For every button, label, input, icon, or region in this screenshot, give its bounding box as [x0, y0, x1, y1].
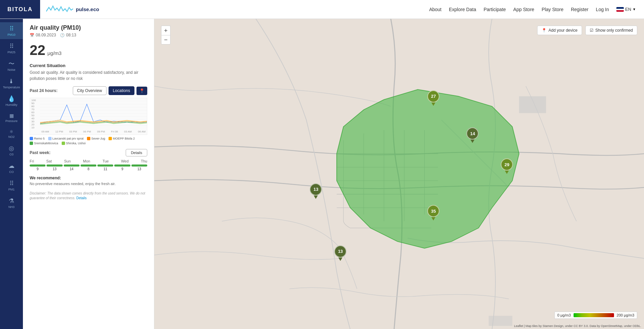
- chart-legend: Remo 5 Lavcanski pat prv sprat Sever-Jug…: [30, 137, 147, 145]
- marker-bubble: 35: [427, 205, 439, 217]
- show-confirmed-button[interactable]: ☑ Show only confirmed: [585, 26, 637, 35]
- week-col-tue: 11: [97, 164, 113, 171]
- marker-35[interactable]: 35: [427, 205, 439, 220]
- details-button[interactable]: Details: [126, 149, 147, 156]
- pm25-icon: ⠿: [9, 43, 14, 49]
- marker-pin: [338, 258, 342, 261]
- map-top-right-actions: 📍 Add your device ☑ Show only confirmed: [537, 26, 637, 35]
- checkbox-icon: ☑: [590, 28, 593, 33]
- nav-login[interactable]: Log In: [596, 7, 609, 12]
- nav-links: About Explore Data Participate App Store…: [421, 0, 644, 19]
- sidebar-item-humidity[interactable]: 💧 Humidity: [0, 92, 23, 109]
- calendar-icon: 📅: [30, 33, 34, 37]
- past-week-section: Past week: Details Fri Sat Sun Mon Tue W…: [30, 149, 147, 171]
- disclaimer-link[interactable]: Details: [76, 196, 87, 200]
- marker-pin: [470, 140, 474, 143]
- sidebar-item-pm1[interactable]: ⠿ PM1: [0, 177, 23, 194]
- sidebar-item-noise[interactable]: 〜 Noise: [0, 57, 23, 74]
- week-col-sun: 14: [64, 164, 80, 171]
- legend-shiroka: Shiroka, Ushoi: [62, 142, 86, 145]
- zoom-out-button[interactable]: −: [161, 35, 171, 44]
- zoom-in-button[interactable]: +: [161, 26, 171, 35]
- sidebar-item-pm25[interactable]: ⠿ PM25: [0, 40, 23, 57]
- week-bar-row: 9 13 14 8 11: [30, 164, 147, 171]
- brand-logo: BITOLA: [0, 0, 40, 19]
- nav-appstore[interactable]: App Store: [513, 7, 534, 12]
- legend-gradient: [574, 313, 614, 317]
- flag-icon: [616, 7, 624, 12]
- sidebar-item-pressure[interactable]: ▦ Pressure: [0, 110, 23, 125]
- nav-explore[interactable]: Explore Data: [449, 7, 476, 12]
- legend-remo5: Remo 5: [30, 137, 45, 140]
- marker-bubble: 13: [334, 245, 346, 258]
- week-col-sat: 13: [47, 164, 62, 171]
- clock-icon: 🕐: [60, 33, 65, 37]
- chart-area: 10090807060 5040302010: [30, 98, 147, 135]
- pin-icon: 📍: [542, 28, 547, 33]
- chart-tabs: City Overview Locations 📍: [73, 86, 147, 95]
- week-col-fri: 9: [30, 164, 45, 171]
- wave-icon: [46, 5, 73, 14]
- marker-bubble: 29: [501, 158, 513, 171]
- add-device-button[interactable]: 📍 Add your device: [537, 26, 582, 35]
- no2-icon: ⚛: [9, 129, 13, 134]
- map-zoom-controls: + −: [161, 26, 171, 44]
- marker-14[interactable]: 14: [466, 127, 479, 143]
- panel-title: Air quality (PM10): [30, 24, 147, 31]
- marker-13-left[interactable]: 13: [310, 183, 322, 199]
- past-week-header: Past week: Details: [30, 149, 147, 156]
- svg-rect-11: [519, 96, 546, 113]
- marker-pin: [505, 171, 509, 174]
- marker-13-bottom[interactable]: 13: [334, 245, 346, 261]
- chart-yaxis: 10090807060 5040302010: [30, 98, 40, 128]
- nav-playstore[interactable]: Play Store: [542, 7, 563, 12]
- co-icon: ☁: [8, 163, 14, 169]
- sidebar-item-nh3[interactable]: ⚗ NH3: [0, 195, 23, 211]
- current-situation-heading: Current Situation: [30, 63, 147, 68]
- nav-register[interactable]: Register: [571, 7, 588, 12]
- sidebar: ⠿ PM10 ⠿ PM25 〜 Noise 🌡 Temperature 💧 Hu…: [0, 19, 23, 329]
- nav-participate[interactable]: Participate: [484, 7, 506, 12]
- info-panel: Air quality (PM10) 📅 08.09.2023 🕐 08:13 …: [23, 19, 154, 329]
- temperature-icon: 🌡: [8, 78, 14, 84]
- tab-city-overview[interactable]: City Overview: [73, 86, 106, 95]
- marker-bubble: 27: [427, 90, 439, 102]
- pm10-icon: ⠿: [9, 26, 14, 32]
- sidebar-item-pm10[interactable]: ⠿ PM10: [0, 22, 23, 39]
- nav-about[interactable]: About: [429, 7, 441, 12]
- disclaimer-text: The data shown comes directly from the u…: [30, 191, 145, 200]
- map-area: + − 📍 Add your device ☑ Show only confir…: [154, 19, 644, 329]
- marker-29[interactable]: 29: [501, 158, 513, 174]
- marker-pin: [431, 217, 435, 220]
- sidebar-item-o3[interactable]: ◎ O3: [0, 142, 23, 159]
- disclaimer-label: Disclaimer:: [30, 191, 46, 195]
- o3-icon: ◎: [9, 145, 14, 151]
- chart-xaxis: 09 AM12 PM03 PM06 PM09 PMFri 0803 AM06 A…: [40, 128, 147, 134]
- recommend-text: No preventive measures needed, enjoy the…: [30, 182, 147, 186]
- marker-bubble: 14: [466, 127, 479, 140]
- chart-inner: [40, 98, 147, 128]
- past-week-label: Past week:: [30, 150, 51, 155]
- air-quality-unit: μg/m3: [48, 50, 62, 56]
- logo-text: pulse.eco: [76, 6, 99, 12]
- panel-time: 🕐 08:13: [60, 33, 76, 37]
- sidebar-item-co[interactable]: ☁ CO: [0, 159, 23, 176]
- sidebar-item-no2[interactable]: ⚛ NO2: [0, 126, 23, 141]
- location-pin-btn[interactable]: 📍: [136, 87, 147, 95]
- marker-bubble: 13: [310, 183, 322, 196]
- pressure-icon: ▦: [9, 113, 14, 118]
- lang-selector[interactable]: EN ▼: [616, 7, 636, 12]
- past24h-label: Past 24 hours:: [30, 88, 58, 93]
- week-col-thu: 13: [131, 164, 147, 171]
- sidebar-item-temperature[interactable]: 🌡 Temperature: [0, 75, 23, 92]
- air-quality-value: 22: [30, 42, 45, 58]
- map-attribution: Leaflet | Map tiles by Stamen Design, un…: [514, 324, 641, 328]
- legend-sremska: SremskaMitrovica: [30, 142, 58, 145]
- tab-locations[interactable]: Locations: [109, 86, 134, 95]
- marker-27[interactable]: 27: [427, 90, 439, 106]
- map-background: [154, 19, 644, 329]
- map-legend: 0 μg/m3 200 μg/m3: [554, 311, 637, 319]
- legend-sever-jug: Sever-Jug: [87, 137, 105, 140]
- disclaimer-section: Disclaimer: The data shown comes directl…: [30, 191, 147, 201]
- marker-pin: [314, 196, 318, 199]
